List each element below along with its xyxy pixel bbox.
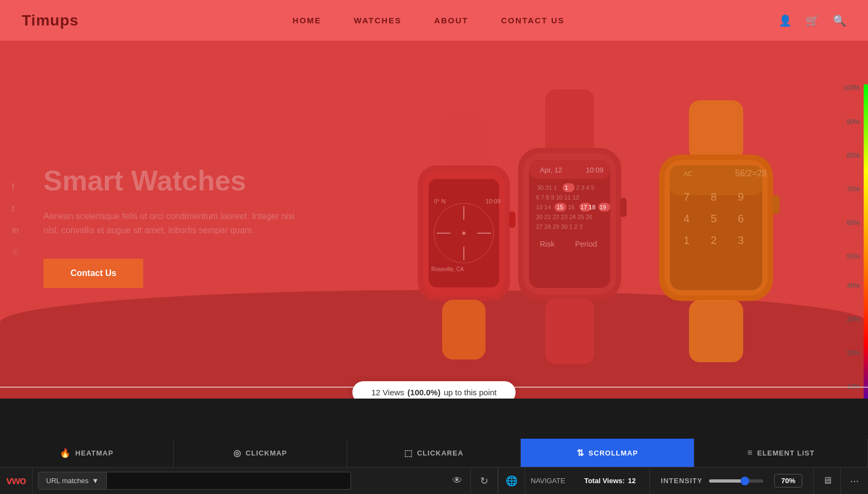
svg-rect-58: [689, 300, 743, 362]
total-views: Total Views: 12: [571, 467, 650, 495]
more-options-button[interactable]: ···: [841, 467, 868, 495]
svg-text:16: 16: [568, 204, 575, 210]
device-icons: 🖥: [814, 467, 841, 495]
intensity-section: INTENSITY 70%: [650, 467, 814, 495]
hero-section: f t in ☉ Smart Watches Aenean scelerisqu…: [0, 41, 868, 399]
svg-text:1: 1: [565, 184, 568, 191]
tab-clickmap[interactable]: ◎ CLICKMAP: [174, 439, 347, 467]
scale-20: 20%: [847, 349, 860, 357]
refresh-button[interactable]: ↻: [471, 467, 498, 495]
nav-about[interactable]: ABOUT: [434, 16, 468, 25]
intensity-value: 70%: [774, 474, 802, 487]
status-bar: vwo URL matches ▼ 👁 ↻ 🌐 NAVIGATE Total V…: [0, 467, 868, 494]
svg-text:17 18: 17 18: [580, 204, 596, 210]
slider-thumb[interactable]: [741, 477, 749, 485]
tooltip-suffix: up to this point: [444, 388, 497, 397]
navigate-section: 🌐: [498, 467, 525, 495]
desktop-icon-button[interactable]: 🖥: [814, 467, 841, 495]
svg-text:2: 2: [711, 234, 717, 246]
svg-text:3: 3: [738, 234, 744, 246]
url-matches-button[interactable]: URL matches ▼: [38, 472, 107, 490]
scale-40: 40%: [847, 282, 860, 290]
bottom-toolbar: 🔥 HEATMAP ◎ CLICKMAP ⬚ CLICKAREA ⇅ SCROL…: [0, 439, 868, 467]
nav-home[interactable]: HOME: [292, 16, 321, 25]
clickarea-label: CLICKAREA: [417, 449, 464, 457]
svg-text:56/2=28: 56/2=28: [735, 169, 767, 178]
total-views-label: Total Views:: [584, 477, 625, 485]
refresh-icon: ↻: [480, 475, 488, 487]
slider-track: [709, 479, 763, 483]
logo[interactable]: Timups: [22, 12, 79, 29]
heatmap-scale: 100% 90% 80% 70% 60% 50% 40% 30% 20% 10%: [830, 81, 868, 399]
clickarea-icon: ⬚: [404, 448, 413, 458]
eye-icon: 👁: [452, 475, 462, 486]
svg-text:Apr, 12: Apr, 12: [540, 166, 562, 174]
svg-rect-39: [620, 198, 627, 217]
nav-links: HOME WATCHES ABOUT CONTACT US: [292, 16, 564, 25]
watch-2: Apr, 12 10:09 30 31 1 1 2 3 4 5 6 7 8 9 …: [510, 89, 629, 374]
url-matches-label: URL matches: [46, 477, 88, 485]
eye-button[interactable]: 👁: [444, 467, 471, 495]
svg-text:Roseville, CA: Roseville, CA: [431, 266, 464, 272]
more-icon: ···: [850, 474, 859, 487]
scrollmap-label: SCROLLMAP: [589, 449, 638, 457]
svg-text:19: 19: [599, 204, 606, 210]
tab-scrollmap[interactable]: ⇅ SCROLLMAP: [521, 439, 694, 467]
elementlist-icon: ≡: [747, 448, 752, 458]
svg-text:7: 7: [684, 191, 690, 203]
tab-elementlist[interactable]: ≡ ELEMENT LIST: [694, 439, 868, 467]
search-icon[interactable]: 🔍: [833, 14, 846, 27]
svg-text:13 14: 13 14: [536, 204, 551, 210]
svg-rect-40: [545, 299, 594, 364]
intensity-slider[interactable]: [709, 479, 763, 483]
linkedin-icon[interactable]: in: [12, 226, 20, 235]
instagram-icon[interactable]: ☉: [12, 247, 20, 258]
svg-text:10:09: 10:09: [486, 198, 501, 204]
svg-rect-57: [772, 195, 780, 214]
svg-rect-0: [442, 111, 486, 171]
dropdown-arrow-icon: ▼: [92, 477, 99, 485]
watch-3: AC 56/2=28 7 8 9 4 5 6 1 2 3: [651, 100, 781, 374]
navbar: Timups HOME WATCHES ABOUT CONTACT US 👤 🛒…: [0, 0, 868, 41]
clickmap-label: CLICKMAP: [246, 449, 288, 457]
svg-text:8: 8: [711, 191, 717, 203]
nav-contact[interactable]: CONTACT US: [501, 16, 565, 25]
scale-90: 90%: [847, 118, 860, 126]
elementlist-label: ELEMENT LIST: [757, 449, 815, 457]
url-input[interactable]: [107, 472, 351, 490]
tooltip-views: 12 Views: [371, 388, 404, 397]
scale-30: 30%: [847, 316, 860, 323]
cart-icon[interactable]: 🛒: [806, 14, 819, 27]
watch-1: 0° N 10:09 Roseville, CA: [401, 111, 526, 374]
nav-watches[interactable]: WATCHES: [354, 16, 401, 25]
svg-text:Period: Period: [575, 240, 597, 248]
svg-text:1: 1: [684, 234, 690, 246]
svg-text:15: 15: [557, 204, 563, 210]
total-views-value: 12: [628, 477, 636, 485]
user-icon[interactable]: 👤: [778, 14, 792, 27]
heatmap-label: HEATMAP: [75, 449, 113, 457]
scale-50: 50%: [847, 253, 860, 260]
svg-text:27 28 29 30  1  2  3: 27 28 29 30 1 2 3: [536, 223, 583, 230]
hero-cta-button[interactable]: Contact Us: [43, 259, 143, 288]
scale-70: 70%: [847, 185, 860, 193]
svg-text:30  31  1: 30 31 1: [537, 184, 557, 191]
svg-rect-41: [689, 100, 743, 160]
status-icons: 👁 ↻: [444, 467, 498, 495]
svg-text:0° N: 0° N: [434, 198, 446, 204]
svg-text:6  7  8  9  10 11 12: 6 7 8 9 10 11 12: [536, 194, 579, 201]
svg-point-11: [462, 232, 465, 235]
twitter-icon[interactable]: t: [12, 204, 20, 214]
heatmap-icon: 🔥: [60, 448, 71, 458]
scrollmap-icon: ⇅: [577, 448, 584, 458]
tab-clickarea[interactable]: ⬚ CLICKAREA: [347, 439, 521, 467]
facebook-icon[interactable]: f: [12, 182, 20, 192]
tab-heatmap[interactable]: 🔥 HEATMAP: [0, 439, 174, 467]
svg-rect-15: [545, 89, 594, 155]
svg-text:10:09: 10:09: [586, 166, 604, 174]
svg-text:9: 9: [738, 191, 744, 203]
svg-text:5: 5: [711, 213, 717, 224]
scroll-tooltip: 12 Views (100.0%) up to this point: [352, 381, 515, 399]
svg-text:AC: AC: [684, 170, 693, 178]
svg-text:Risk: Risk: [540, 240, 555, 248]
